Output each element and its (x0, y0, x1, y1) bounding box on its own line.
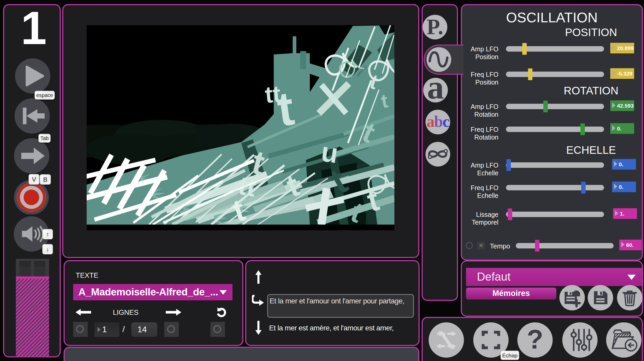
svg-text:tt: tt (264, 81, 282, 108)
